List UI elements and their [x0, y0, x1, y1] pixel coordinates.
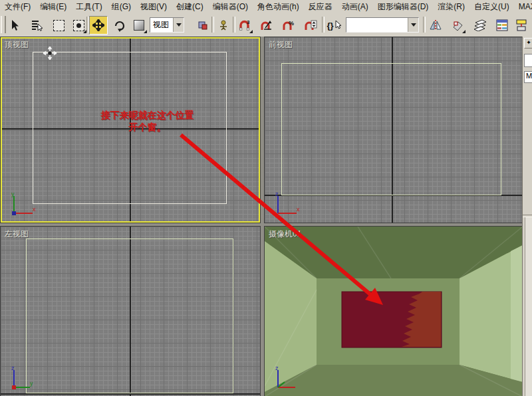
menu-modifiers[interactable]: 编辑器(O): [208, 0, 253, 14]
mirror-icon: [429, 19, 442, 31]
viewport-front-label[interactable]: 前视图: [269, 39, 293, 50]
menu-create[interactable]: 创建(C): [172, 0, 208, 14]
svg-text:y: y: [30, 380, 33, 387]
snap-toggle-button[interactable]: 3: [235, 16, 254, 35]
move-cursor-icon: [43, 47, 57, 60]
toolbar-separator: [322, 17, 325, 33]
spinner-snap-button[interactable]: [301, 16, 320, 35]
viewport-area: 顶视图 接下来呢就在这个位置 开个窗。 y x: [0, 37, 532, 396]
camera-room-render: [265, 227, 523, 396]
menu-edit[interactable]: 编辑(E): [35, 0, 71, 14]
spinner-snap-icon: [304, 19, 317, 32]
reference-coordinate-value: 视图: [150, 19, 173, 31]
object-name-field[interactable]: [524, 54, 532, 67]
annotation-text: 接下来呢就在这个位置 开个窗。: [79, 109, 215, 133]
manipulate-icon: [217, 19, 229, 31]
select-by-name-button[interactable]: [28, 16, 47, 35]
axis-tripod-camera: z: [271, 365, 302, 393]
menu-tools[interactable]: 工具(T): [71, 0, 106, 14]
viewport-camera-label[interactable]: 摄像机01: [269, 229, 301, 240]
menu-rendering[interactable]: 渲染(R): [433, 0, 469, 14]
select-and-scale-button[interactable]: [130, 16, 148, 35]
origin-axis-horizontal: [1, 393, 260, 395]
select-object-button[interactable]: [5, 16, 24, 35]
toolbar-separator: [423, 17, 426, 33]
selection-filter-button[interactable]: [69, 16, 88, 35]
command-panel-tab-icon[interactable]: ✦: [524, 38, 532, 49]
svg-text:y: y: [11, 191, 15, 197]
braces-icon: {}: [327, 21, 333, 30]
svg-text:z: z: [275, 191, 279, 197]
pivot-center-icon: [198, 20, 208, 31]
svg-text:z: z: [11, 365, 15, 371]
rollout-area[interactable]: [525, 217, 532, 396]
svg-text:3: 3: [247, 19, 250, 25]
rectangular-selection-icon: [53, 20, 65, 31]
axis-tripod-front: z x: [271, 191, 302, 219]
flyout-corner: [144, 30, 147, 33]
svg-text:x: x: [33, 206, 36, 213]
axis-tripod-left: z y: [7, 365, 38, 393]
selection-filter-icon: [73, 20, 84, 31]
menu-character[interactable]: 角色动画(h): [253, 0, 304, 14]
menu-group[interactable]: 组(G): [107, 0, 136, 14]
menu-graph-editors[interactable]: 图形编辑器(D): [373, 0, 434, 14]
abc-cursor-icon: [334, 21, 342, 30]
menu-animation[interactable]: 动画(A): [337, 0, 373, 14]
reference-coordinate-dropdown[interactable]: 视图: [150, 17, 184, 33]
select-and-rotate-button[interactable]: [110, 16, 128, 35]
align-button[interactable]: [448, 16, 467, 35]
flyout-corner: [249, 30, 253, 33]
schematic-view-button[interactable]: [512, 16, 531, 35]
named-selection-combobox[interactable]: [346, 17, 419, 33]
angle-snap-icon: [260, 19, 273, 32]
rectangular-selection-button[interactable]: [49, 16, 68, 35]
viewport-top[interactable]: 顶视图 接下来呢就在这个位置 开个窗。 y x: [0, 37, 261, 223]
dropdown-arrow-icon[interactable]: [173, 18, 184, 32]
axis-tripod-top: y x: [7, 191, 38, 219]
svg-text:z: z: [275, 365, 279, 371]
viewport-left-label[interactable]: 左视图: [5, 229, 29, 240]
curve-editor-button[interactable]: [493, 16, 511, 35]
layer-manager-button[interactable]: [471, 16, 489, 35]
menu-bar: 文件(F) 编辑(E) 工具(T) 组(G) 视图(V) 创建(C) 编辑器(O…: [0, 0, 532, 14]
svg-text:%: %: [289, 20, 294, 27]
menu-file[interactable]: 文件(F): [0, 0, 35, 14]
room-outline-left[interactable]: [26, 239, 233, 393]
dropdown-arrow-icon[interactable]: [408, 18, 418, 32]
svg-text:x: x: [297, 206, 300, 213]
percent-snap-icon: %: [282, 19, 295, 32]
material-editor-button[interactable]: [529, 16, 532, 35]
select-by-name-icon: [31, 19, 43, 31]
flyout-corner: [462, 30, 466, 33]
viewport-front[interactable]: 前视图 z x: [264, 37, 523, 223]
layers-icon: [473, 19, 487, 31]
use-pivot-center-button[interactable]: [195, 16, 211, 35]
menu-maxscript[interactable]: MAX脚本(M): [514, 0, 532, 14]
angle-snap-button[interactable]: [257, 16, 276, 35]
room-outline-front[interactable]: [281, 63, 501, 195]
menu-reactor[interactable]: 反应器: [304, 0, 337, 14]
viewport-top-label[interactable]: 顶视图: [5, 39, 29, 50]
select-and-manipulate-button[interactable]: [214, 16, 233, 35]
mirror-button[interactable]: [426, 16, 445, 35]
select-arrow-icon: [9, 19, 21, 31]
named-selection-sets-button[interactable]: {}: [325, 16, 344, 35]
curve-editor-icon: [496, 19, 508, 31]
command-panel: ✦ M: [522, 37, 532, 396]
menu-customize[interactable]: 自定义(U): [469, 0, 514, 14]
select-and-move-button[interactable]: [89, 16, 108, 35]
move-icon: [92, 19, 104, 31]
3dsmax-window: 文件(F) 编辑(E) 工具(T) 组(G) 视图(V) 创建(C) 编辑器(O…: [0, 0, 532, 396]
rotate-icon: [113, 19, 126, 32]
modifier-list-dropdown[interactable]: M: [524, 71, 532, 83]
viewport-camera[interactable]: 摄像机01 z: [264, 226, 523, 396]
schematic-view-icon: [515, 19, 528, 31]
menu-views[interactable]: 视图(V): [136, 0, 172, 14]
scale-icon: [134, 20, 144, 31]
main-toolbar: 视图 3: [0, 13, 532, 37]
viewport-left[interactable]: 左视图 z y: [0, 226, 261, 396]
percent-snap-button[interactable]: %: [279, 16, 298, 35]
